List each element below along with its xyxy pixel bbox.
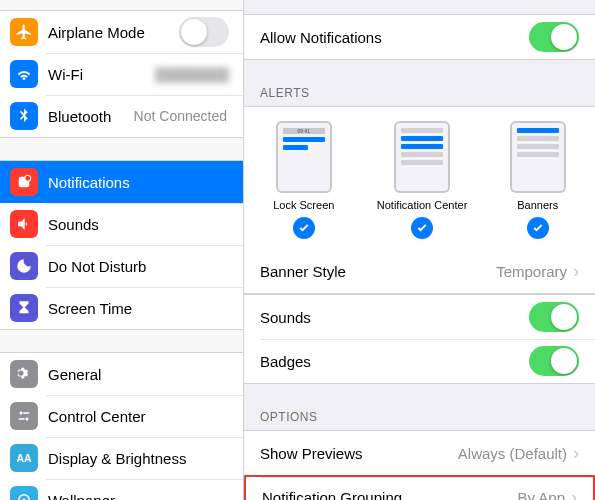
sidebar-item-label: Wi-Fi xyxy=(48,66,155,83)
settings-sidebar: Airplane Mode Wi-Fi ████████ Bluetooth N… xyxy=(0,0,244,500)
sidebar-group-1: Airplane Mode Wi-Fi ████████ Bluetooth N… xyxy=(0,10,243,138)
sidebar-item-label: Airplane Mode xyxy=(48,24,179,41)
bluetooth-icon xyxy=(10,102,38,130)
svg-point-4 xyxy=(26,418,29,421)
alert-option-lock-screen[interactable]: 09:41 Lock Screen xyxy=(273,121,334,239)
show-previews-label: Show Previews xyxy=(260,445,458,462)
banner-style-row[interactable]: Banner Style Temporary › xyxy=(244,249,595,293)
svg-rect-3 xyxy=(23,412,29,414)
sidebar-item-general[interactable]: General xyxy=(0,353,243,395)
allow-notifications-group: Allow Notifications xyxy=(244,14,595,60)
alert-option-banners[interactable]: Banners xyxy=(510,121,566,239)
sidebar-item-label: Display & Brightness xyxy=(48,450,229,467)
options-header: OPTIONS xyxy=(244,404,595,430)
sidebar-item-bluetooth[interactable]: Bluetooth Not Connected xyxy=(0,95,243,137)
sounds-badges-group: Sounds Badges xyxy=(244,294,595,384)
notification-grouping-value: By App xyxy=(517,489,565,501)
hourglass-icon xyxy=(10,294,38,322)
check-icon xyxy=(293,217,315,239)
moon-icon xyxy=(10,252,38,280)
sidebar-item-wallpaper[interactable]: Wallpaper xyxy=(0,479,243,500)
wallpaper-icon xyxy=(10,486,38,500)
svg-text:AA: AA xyxy=(16,452,32,464)
bluetooth-status: Not Connected xyxy=(134,108,227,124)
sounds-label: Sounds xyxy=(260,309,529,326)
sidebar-item-screen-time[interactable]: Screen Time xyxy=(0,287,243,329)
notification-grouping-label: Notification Grouping xyxy=(262,489,517,501)
gear-icon xyxy=(10,360,38,388)
airplane-toggle[interactable] xyxy=(179,17,229,47)
alert-option-notification-center[interactable]: Notification Center xyxy=(377,121,468,239)
settings-detail-pane: Allow Notifications ALERTS 09:41 Lock Sc… xyxy=(244,0,595,500)
sidebar-item-display-brightness[interactable]: AA Display & Brightness xyxy=(0,437,243,479)
sidebar-item-label: General xyxy=(48,366,229,383)
banners-preview xyxy=(510,121,566,193)
sidebar-group-2: Notifications Sounds Do Not Disturb Scre… xyxy=(0,160,243,330)
chevron-right-icon: › xyxy=(571,487,577,501)
sidebar-item-label: Bluetooth xyxy=(48,108,134,125)
sidebar-item-label: Notifications xyxy=(48,174,229,191)
check-icon xyxy=(411,217,433,239)
allow-notifications-label: Allow Notifications xyxy=(260,29,529,46)
alert-caption: Notification Center xyxy=(377,199,468,211)
sidebar-item-label: Sounds xyxy=(48,216,229,233)
allow-notifications-row[interactable]: Allow Notifications xyxy=(244,15,595,59)
svg-point-1 xyxy=(25,175,31,181)
sidebar-item-label: Control Center xyxy=(48,408,229,425)
allow-notifications-toggle[interactable] xyxy=(529,22,579,52)
wifi-network-blurred: ████████ xyxy=(155,67,229,82)
sounds-toggle[interactable] xyxy=(529,302,579,332)
lock-screen-preview: 09:41 xyxy=(276,121,332,193)
options-group: Show Previews Always (Default) › Notific… xyxy=(244,430,595,500)
badges-toggle[interactable] xyxy=(529,346,579,376)
display-icon: AA xyxy=(10,444,38,472)
sidebar-group-3: General Control Center AA Display & Brig… xyxy=(0,352,243,500)
sidebar-item-label: Screen Time xyxy=(48,300,229,317)
alert-caption: Lock Screen xyxy=(273,199,334,211)
sounds-row[interactable]: Sounds xyxy=(244,295,595,339)
badges-row[interactable]: Badges xyxy=(244,339,595,383)
sidebar-item-do-not-disturb[interactable]: Do Not Disturb xyxy=(0,245,243,287)
banner-style-value: Temporary xyxy=(496,263,567,280)
banner-style-label: Banner Style xyxy=(260,263,496,280)
sidebar-item-airplane-mode[interactable]: Airplane Mode xyxy=(0,11,243,53)
alerts-header: ALERTS xyxy=(244,80,595,106)
chevron-right-icon: › xyxy=(573,261,579,282)
sidebar-item-wifi[interactable]: Wi-Fi ████████ xyxy=(0,53,243,95)
sidebar-item-control-center[interactable]: Control Center xyxy=(0,395,243,437)
show-previews-row[interactable]: Show Previews Always (Default) › xyxy=(244,431,595,475)
sliders-icon xyxy=(10,402,38,430)
alert-caption: Banners xyxy=(517,199,558,211)
alerts-grid: 09:41 Lock Screen Notification Center Ba… xyxy=(244,107,595,249)
wifi-icon xyxy=(10,60,38,88)
chevron-right-icon: › xyxy=(573,443,579,464)
sounds-icon xyxy=(10,210,38,238)
airplane-icon xyxy=(10,18,38,46)
notifications-icon xyxy=(10,168,38,196)
sidebar-item-label: Wallpaper xyxy=(48,492,229,501)
badges-label: Badges xyxy=(260,353,529,370)
check-icon xyxy=(527,217,549,239)
svg-rect-5 xyxy=(19,418,25,420)
svg-point-2 xyxy=(20,412,23,415)
show-previews-value: Always (Default) xyxy=(458,445,567,462)
notification-center-preview xyxy=(394,121,450,193)
sidebar-item-notifications[interactable]: Notifications xyxy=(0,161,243,203)
alerts-group: 09:41 Lock Screen Notification Center Ba… xyxy=(244,106,595,294)
sidebar-item-label: Do Not Disturb xyxy=(48,258,229,275)
notification-grouping-row[interactable]: Notification Grouping By App › xyxy=(244,475,595,500)
sidebar-item-sounds[interactable]: Sounds xyxy=(0,203,243,245)
